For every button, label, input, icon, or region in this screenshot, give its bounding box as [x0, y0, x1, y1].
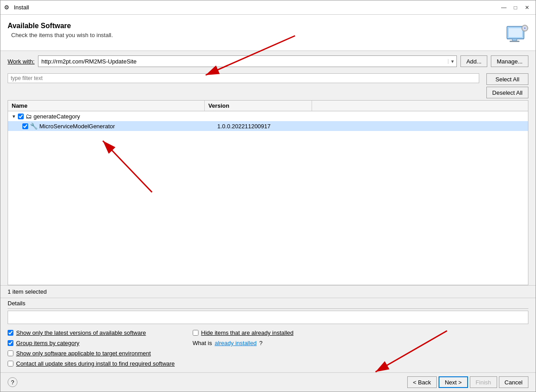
- window-icon: ⚙: [4, 4, 11, 11]
- item-label: MicroServiceModelGenerator: [39, 123, 214, 130]
- already-installed-suffix: ?: [259, 340, 262, 346]
- option-label-2[interactable]: Group items by category: [16, 340, 80, 346]
- header-section: Available Software Check the items that …: [0, 15, 536, 51]
- col-version-header: Version: [205, 101, 312, 111]
- option-checkbox-4[interactable]: [8, 361, 13, 367]
- option-checkbox-1[interactable]: [8, 330, 13, 336]
- plugin-icon: 🔧: [30, 122, 38, 130]
- option-checkbox-2[interactable]: [8, 340, 13, 346]
- table-row[interactable]: 🔧 MicroServiceModelGenerator 1.0.0.20221…: [8, 121, 528, 131]
- option-label-5[interactable]: Hide items that are already installed: [201, 329, 294, 336]
- title-bar: ⚙ Install — □ ✕: [0, 0, 536, 15]
- col-name-header: Name: [8, 101, 205, 111]
- finish-button[interactable]: Finish: [470, 376, 497, 388]
- col-extra-header: [312, 101, 528, 111]
- already-installed-row: What is already installed ?: [193, 339, 345, 347]
- select-all-button[interactable]: Select All: [486, 73, 528, 85]
- next-button[interactable]: Next >: [439, 376, 468, 388]
- manage-button[interactable]: Manage...: [491, 55, 528, 67]
- option-label-1[interactable]: Show only the latest versions of availab…: [16, 329, 146, 336]
- option-item: Hide items that are already installed: [193, 329, 345, 337]
- work-with-row: Work with: ▼ Add... Manage...: [0, 51, 536, 72]
- option-item: Group items by category: [8, 339, 175, 347]
- work-with-input[interactable]: [38, 56, 448, 67]
- svg-rect-1: [509, 28, 522, 37]
- item-version: 1.0.0.202211200917: [214, 123, 321, 130]
- option-label-3[interactable]: Show only software applicable to target …: [16, 350, 151, 357]
- software-table: Name Version ▼ 🗂 generateCategory: [8, 100, 528, 285]
- work-with-combo[interactable]: ▼: [38, 55, 457, 67]
- details-section: Details: [0, 298, 536, 324]
- header-icon: [505, 22, 528, 45]
- details-content: [8, 311, 528, 324]
- option-label-4[interactable]: Contact all update sites during install …: [16, 360, 175, 367]
- add-button[interactable]: Add...: [460, 55, 487, 67]
- window-title: Install: [14, 4, 29, 11]
- table-row[interactable]: ▼ 🗂 generateCategory: [8, 111, 528, 121]
- status-text: 1 item selected: [8, 288, 46, 295]
- options-section: Show only the latest versions of availab…: [0, 324, 536, 372]
- svg-point-7: [524, 27, 526, 29]
- work-with-label: Work with:: [8, 58, 34, 65]
- page-subtitle: Check the items that you wish to install…: [11, 32, 113, 38]
- cancel-button[interactable]: Cancel: [499, 376, 528, 388]
- already-installed-text: What is: [193, 340, 212, 346]
- deselect-all-button[interactable]: Deselect All: [486, 87, 528, 98]
- svg-rect-3: [512, 39, 517, 41]
- option-checkbox-3[interactable]: [8, 350, 13, 356]
- svg-rect-4: [510, 41, 519, 42]
- category-icon: 🗂: [25, 113, 32, 120]
- back-button[interactable]: < Back: [407, 376, 437, 388]
- help-button[interactable]: ?: [8, 377, 17, 387]
- option-checkbox-5[interactable]: [193, 330, 198, 336]
- item-checkbox[interactable]: [22, 123, 28, 129]
- close-button[interactable]: ✕: [522, 3, 532, 13]
- option-item: Show only the latest versions of availab…: [8, 329, 175, 337]
- table-header: Name Version: [8, 101, 528, 111]
- filter-input[interactable]: [8, 73, 479, 83]
- minimize-button[interactable]: —: [499, 3, 509, 13]
- option-item: Show only software applicable to target …: [8, 349, 175, 358]
- option-item: Contact all update sites during install …: [8, 359, 175, 368]
- details-label: Details: [8, 298, 528, 309]
- maximize-button[interactable]: □: [511, 3, 520, 13]
- expander-icon[interactable]: ▼: [12, 114, 17, 119]
- page-title: Available Software: [8, 22, 113, 30]
- already-installed-link[interactable]: already installed: [215, 340, 257, 346]
- parent-checkbox[interactable]: [18, 114, 24, 119]
- table-body: ▼ 🗂 generateCategory 🔧 MicroServiceModel…: [8, 111, 528, 285]
- category-label: generateCategory: [34, 113, 208, 120]
- footer: ? < Back Next > Finish Cancel: [0, 372, 536, 392]
- status-bar: 1 item selected: [0, 285, 536, 298]
- work-with-dropdown-arrow[interactable]: ▼: [448, 59, 456, 64]
